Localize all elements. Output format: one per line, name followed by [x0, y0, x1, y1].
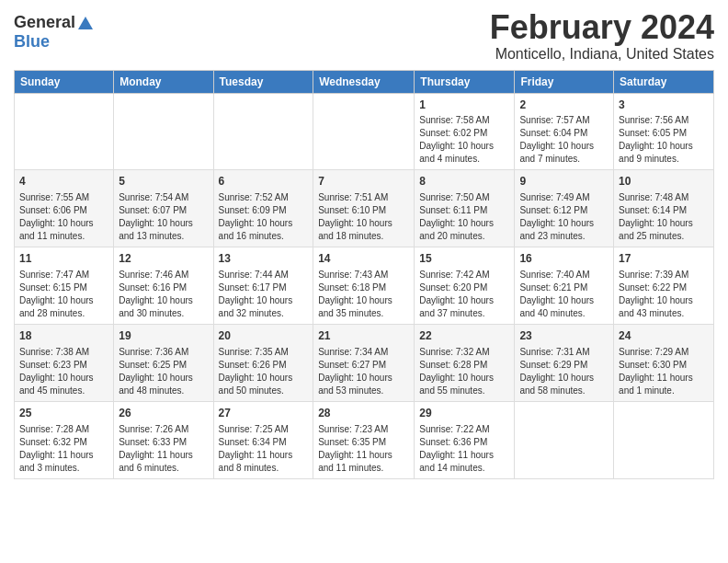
calendar-cell: 9Sunrise: 7:49 AM Sunset: 6:12 PM Daylig…: [515, 170, 614, 247]
day-number: 11: [19, 251, 108, 267]
col-header-friday: Friday: [515, 70, 614, 93]
day-number: 28: [318, 406, 409, 421]
calendar-cell: [114, 93, 213, 170]
calendar-cell: 16Sunrise: 7:40 AM Sunset: 6:21 PM Dayli…: [515, 247, 614, 325]
header: General Blue February 2024 Monticello, I…: [14, 9, 714, 63]
day-info: Sunrise: 7:25 AM Sunset: 6:34 PM Dayligh…: [219, 423, 309, 475]
page-title: February 2024: [490, 9, 714, 46]
title-area: February 2024 Monticello, Indiana, Unite…: [490, 9, 714, 63]
col-header-wednesday: Wednesday: [313, 70, 415, 93]
day-number: 3: [619, 98, 709, 113]
day-info: Sunrise: 7:28 AM Sunset: 6:32 PM Dayligh…: [19, 423, 108, 475]
day-number: 13: [219, 251, 309, 267]
day-info: Sunrise: 7:50 AM Sunset: 6:11 PM Dayligh…: [419, 191, 509, 243]
calendar-table: SundayMondayTuesdayWednesdayThursdayFrid…: [14, 70, 714, 479]
page-subtitle: Monticello, Indiana, United States: [490, 46, 714, 63]
calendar-cell: 10Sunrise: 7:48 AM Sunset: 6:14 PM Dayli…: [614, 170, 714, 247]
day-number: 14: [318, 251, 409, 267]
day-info: Sunrise: 7:57 AM Sunset: 6:04 PM Dayligh…: [519, 114, 609, 166]
calendar-cell: 3Sunrise: 7:56 AM Sunset: 6:05 PM Daylig…: [614, 93, 714, 170]
calendar-cell: [313, 93, 415, 170]
week-row-1: 1Sunrise: 7:58 AM Sunset: 6:02 PM Daylig…: [15, 93, 714, 170]
day-info: Sunrise: 7:54 AM Sunset: 6:07 PM Dayligh…: [119, 191, 208, 243]
calendar-cell: 2Sunrise: 7:57 AM Sunset: 6:04 PM Daylig…: [515, 93, 614, 170]
logo: General Blue: [14, 13, 93, 52]
calendar-cell: 21Sunrise: 7:34 AM Sunset: 6:27 PM Dayli…: [313, 324, 415, 401]
day-number: 29: [419, 406, 509, 421]
calendar-cell: 20Sunrise: 7:35 AM Sunset: 6:26 PM Dayli…: [213, 324, 313, 401]
day-number: 2: [519, 98, 609, 113]
day-number: 8: [419, 174, 509, 190]
calendar-cell: 19Sunrise: 7:36 AM Sunset: 6:25 PM Dayli…: [114, 324, 213, 401]
col-header-thursday: Thursday: [415, 70, 515, 93]
calendar-cell: 23Sunrise: 7:31 AM Sunset: 6:29 PM Dayli…: [515, 324, 614, 401]
day-number: 22: [419, 328, 509, 344]
day-number: 9: [519, 174, 609, 190]
col-header-sunday: Sunday: [15, 70, 114, 93]
day-number: 4: [19, 174, 108, 190]
day-info: Sunrise: 7:22 AM Sunset: 6:36 PM Dayligh…: [419, 423, 509, 475]
day-info: Sunrise: 7:44 AM Sunset: 6:17 PM Dayligh…: [219, 269, 309, 320]
day-info: Sunrise: 7:48 AM Sunset: 6:14 PM Dayligh…: [619, 191, 709, 243]
day-info: Sunrise: 7:34 AM Sunset: 6:27 PM Dayligh…: [318, 346, 409, 397]
day-info: Sunrise: 7:23 AM Sunset: 6:35 PM Dayligh…: [318, 423, 409, 475]
calendar-cell: 17Sunrise: 7:39 AM Sunset: 6:22 PM Dayli…: [614, 247, 714, 325]
day-number: 20: [219, 328, 309, 344]
calendar-cell: 14Sunrise: 7:43 AM Sunset: 6:18 PM Dayli…: [313, 247, 415, 325]
col-header-tuesday: Tuesday: [213, 70, 313, 93]
calendar-cell: [614, 401, 714, 478]
calendar-cell: 12Sunrise: 7:46 AM Sunset: 6:16 PM Dayli…: [114, 247, 213, 325]
day-number: 21: [318, 328, 409, 344]
day-number: 6: [219, 174, 309, 190]
week-row-4: 18Sunrise: 7:38 AM Sunset: 6:23 PM Dayli…: [15, 324, 714, 401]
day-info: Sunrise: 7:29 AM Sunset: 6:30 PM Dayligh…: [619, 346, 709, 397]
logo-general: General: [14, 13, 75, 32]
day-info: Sunrise: 7:58 AM Sunset: 6:02 PM Dayligh…: [419, 114, 509, 166]
day-info: Sunrise: 7:38 AM Sunset: 6:23 PM Dayligh…: [19, 346, 108, 397]
logo-triangle-icon: [78, 17, 93, 29]
day-number: 7: [318, 174, 409, 190]
day-info: Sunrise: 7:46 AM Sunset: 6:16 PM Dayligh…: [119, 269, 208, 320]
calendar-cell: 1Sunrise: 7:58 AM Sunset: 6:02 PM Daylig…: [415, 93, 515, 170]
day-number: 25: [19, 406, 108, 421]
calendar-cell: [515, 401, 614, 478]
calendar-cell: 4Sunrise: 7:55 AM Sunset: 6:06 PM Daylig…: [15, 170, 114, 247]
calendar-cell: 5Sunrise: 7:54 AM Sunset: 6:07 PM Daylig…: [114, 170, 213, 247]
day-number: 18: [19, 328, 108, 344]
calendar-cell: 29Sunrise: 7:22 AM Sunset: 6:36 PM Dayli…: [415, 401, 515, 478]
col-header-saturday: Saturday: [614, 70, 714, 93]
week-row-3: 11Sunrise: 7:47 AM Sunset: 6:15 PM Dayli…: [15, 247, 714, 325]
calendar-cell: 6Sunrise: 7:52 AM Sunset: 6:09 PM Daylig…: [213, 170, 313, 247]
day-number: 19: [119, 328, 208, 344]
week-row-5: 25Sunrise: 7:28 AM Sunset: 6:32 PM Dayli…: [15, 401, 714, 478]
calendar-cell: 26Sunrise: 7:26 AM Sunset: 6:33 PM Dayli…: [114, 401, 213, 478]
col-header-monday: Monday: [114, 70, 213, 93]
day-info: Sunrise: 7:32 AM Sunset: 6:28 PM Dayligh…: [419, 346, 509, 397]
calendar-cell: 18Sunrise: 7:38 AM Sunset: 6:23 PM Dayli…: [15, 324, 114, 401]
day-info: Sunrise: 7:55 AM Sunset: 6:06 PM Dayligh…: [19, 191, 108, 243]
calendar-cell: 13Sunrise: 7:44 AM Sunset: 6:17 PM Dayli…: [213, 247, 313, 325]
day-info: Sunrise: 7:42 AM Sunset: 6:20 PM Dayligh…: [419, 269, 509, 320]
calendar-cell: 15Sunrise: 7:42 AM Sunset: 6:20 PM Dayli…: [415, 247, 515, 325]
day-info: Sunrise: 7:52 AM Sunset: 6:09 PM Dayligh…: [219, 191, 309, 243]
day-number: 24: [619, 328, 709, 344]
day-number: 23: [519, 328, 609, 344]
calendar-cell: 22Sunrise: 7:32 AM Sunset: 6:28 PM Dayli…: [415, 324, 515, 401]
day-info: Sunrise: 7:36 AM Sunset: 6:25 PM Dayligh…: [119, 346, 208, 397]
calendar-cell: 27Sunrise: 7:25 AM Sunset: 6:34 PM Dayli…: [213, 401, 313, 478]
day-info: Sunrise: 7:26 AM Sunset: 6:33 PM Dayligh…: [119, 423, 208, 475]
day-info: Sunrise: 7:49 AM Sunset: 6:12 PM Dayligh…: [519, 191, 609, 243]
day-number: 5: [119, 174, 208, 190]
day-info: Sunrise: 7:40 AM Sunset: 6:21 PM Dayligh…: [519, 269, 609, 320]
calendar-cell: 28Sunrise: 7:23 AM Sunset: 6:35 PM Dayli…: [313, 401, 415, 478]
calendar-cell: 8Sunrise: 7:50 AM Sunset: 6:11 PM Daylig…: [415, 170, 515, 247]
day-number: 1: [419, 98, 509, 113]
day-info: Sunrise: 7:43 AM Sunset: 6:18 PM Dayligh…: [318, 269, 409, 320]
week-row-2: 4Sunrise: 7:55 AM Sunset: 6:06 PM Daylig…: [15, 170, 714, 247]
day-info: Sunrise: 7:47 AM Sunset: 6:15 PM Dayligh…: [19, 269, 108, 320]
day-number: 15: [419, 251, 509, 267]
calendar-cell: [213, 93, 313, 170]
day-number: 10: [619, 174, 709, 190]
calendar-cell: [15, 93, 114, 170]
day-info: Sunrise: 7:31 AM Sunset: 6:29 PM Dayligh…: [519, 346, 609, 397]
